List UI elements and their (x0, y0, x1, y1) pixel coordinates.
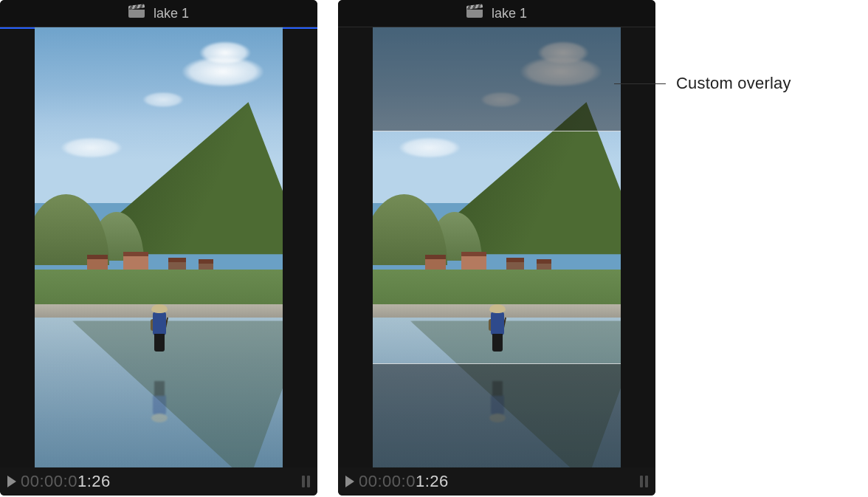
timecode-value: 1:26 (416, 472, 449, 490)
viewer-titlebar: lake 1 (0, 0, 317, 27)
video-frame (35, 27, 282, 467)
play-icon[interactable] (345, 476, 354, 487)
viewer-canvas[interactable] (0, 27, 317, 467)
loop-icon[interactable] (640, 476, 648, 487)
viewer-canvas[interactable] (338, 27, 655, 467)
video-frame (373, 27, 620, 467)
play-icon[interactable] (7, 476, 16, 487)
transport-bar: 00:00:01:26 (338, 467, 655, 496)
timecode-value: 1:26 (78, 472, 111, 490)
clapperboard-icon (128, 6, 145, 21)
timecode-prefix: 00:00:0 (359, 472, 416, 490)
clip-name-label: lake 1 (492, 6, 527, 21)
clip-name-label: lake 1 (154, 6, 189, 21)
custom-overlay-top-mask (373, 27, 620, 131)
timecode-display[interactable]: 00:00:01:26 (359, 472, 449, 491)
annotation-callout: Custom overlay (614, 74, 791, 93)
transport-bar: 00:00:01:26 (0, 467, 317, 496)
clapperboard-icon (466, 6, 483, 21)
viewer-with-custom-overlay: lake 1 00:00:01:26 (338, 0, 655, 496)
timecode-display[interactable]: 00:00:01:26 (21, 472, 111, 491)
annotation-label: Custom overlay (676, 74, 791, 93)
loop-icon[interactable] (302, 476, 310, 487)
timecode-prefix: 00:00:0 (21, 472, 78, 490)
viewer-without-overlay: lake 1 00:00:01:26 (0, 0, 317, 496)
viewer-titlebar: lake 1 (338, 0, 655, 27)
custom-overlay-bottom-mask (373, 363, 620, 467)
